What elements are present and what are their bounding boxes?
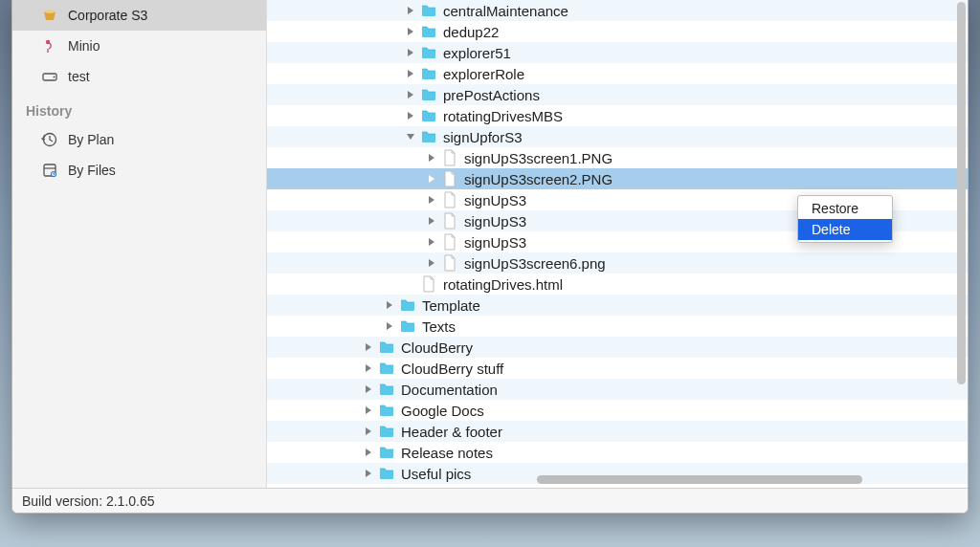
tree-row[interactable]: signUpS3screen1.PNG xyxy=(267,147,968,168)
tree-item-label: rotatingDrives.html xyxy=(443,276,563,293)
folder-icon xyxy=(378,360,395,377)
sidebar-item-test[interactable]: test xyxy=(12,61,266,92)
context-menu-restore[interactable]: Restore xyxy=(798,198,892,219)
folder-icon xyxy=(420,128,437,145)
folder-icon xyxy=(420,2,437,19)
tree-item-label: Documentation xyxy=(401,382,498,398)
tree-row[interactable]: CloudBerry xyxy=(267,337,968,358)
tree-row[interactable]: signUpS3screen6.png xyxy=(267,252,968,274)
folder-icon xyxy=(399,317,416,335)
chevron-right-icon[interactable] xyxy=(426,194,437,206)
tree-item-label: signUpS3screen2.PNG xyxy=(464,171,612,187)
vertical-scrollbar[interactable] xyxy=(957,2,966,465)
chevron-right-icon[interactable] xyxy=(405,68,416,79)
tree-row[interactable]: Texts xyxy=(267,316,968,337)
chevron-right-icon[interactable] xyxy=(426,257,437,269)
tree-item-label: signUpS3 xyxy=(464,234,526,251)
folder-icon xyxy=(420,86,437,103)
tree-item-label: Release notes xyxy=(401,445,493,461)
tree-item-label: rotatingDrivesMBS xyxy=(443,108,563,124)
drive-icon xyxy=(41,68,58,85)
chevron-right-icon[interactable] xyxy=(363,426,374,437)
folder-icon xyxy=(378,444,395,461)
file-tree-panel: centralMaintenancededup22explorer51explo… xyxy=(267,0,968,488)
tree-row[interactable]: explorer51 xyxy=(267,42,968,63)
chevron-right-icon[interactable] xyxy=(363,341,374,353)
tree-row[interactable]: CloudBerry stuff xyxy=(267,358,968,379)
chevron-right-icon[interactable] xyxy=(384,320,395,332)
sidebar-history-header: History xyxy=(12,92,266,124)
chevron-down-icon[interactable] xyxy=(405,131,416,142)
chevron-right-icon[interactable] xyxy=(363,362,374,374)
folder-icon xyxy=(420,23,437,40)
sidebar-item-by-plan[interactable]: By Plan xyxy=(12,124,266,155)
file-icon xyxy=(441,254,458,272)
context-menu: Restore Delete xyxy=(797,195,893,243)
folder-icon xyxy=(378,423,395,440)
tree-row[interactable]: signUpforS3 xyxy=(267,126,968,147)
sidebar-item-label: test xyxy=(68,69,90,84)
folder-icon xyxy=(399,296,416,314)
tree-row[interactable]: Release notes xyxy=(267,442,968,463)
sidebar-item-minio[interactable]: Minio xyxy=(12,31,266,61)
tree-item-label: dedup22 xyxy=(443,24,499,40)
file-icon xyxy=(441,149,458,166)
folder-icon xyxy=(378,402,395,419)
sidebar-item-label: Minio xyxy=(68,38,100,54)
tree-row[interactable]: prePostActions xyxy=(267,84,968,105)
folder-icon xyxy=(420,107,437,124)
tree-row[interactable]: Google Docs xyxy=(267,400,968,421)
tree-row[interactable]: signUpS3screen2.PNG xyxy=(267,168,968,189)
sidebar-item-label: By Files xyxy=(68,163,116,178)
chevron-right-icon[interactable] xyxy=(426,152,437,164)
svg-point-0 xyxy=(44,10,56,13)
chevron-right-icon[interactable] xyxy=(405,110,416,121)
tree-item-label: prePostActions xyxy=(443,87,540,103)
chevron-right-icon[interactable] xyxy=(405,47,416,58)
sidebar: Corporate S3 Minio test History By Plan xyxy=(12,0,267,488)
chevron-right-icon[interactable] xyxy=(405,89,416,100)
chevron-right-icon[interactable] xyxy=(426,236,437,248)
chevron-right-icon[interactable] xyxy=(426,215,437,227)
file-icon xyxy=(441,170,458,187)
vertical-scroll-thumb[interactable] xyxy=(957,2,966,384)
file-tree[interactable]: centralMaintenancededup22explorer51explo… xyxy=(267,0,968,488)
tree-item-label: explorerRole xyxy=(443,66,524,82)
chevron-right-icon[interactable] xyxy=(363,447,374,458)
chevron-right-icon[interactable] xyxy=(405,26,416,37)
tree-row[interactable]: dedup22 xyxy=(267,21,968,42)
folder-icon xyxy=(420,44,437,61)
tree-row[interactable]: centralMaintenance xyxy=(267,0,968,21)
horizontal-scrollbar[interactable] xyxy=(278,475,941,484)
sidebar-item-label: By Plan xyxy=(68,132,114,147)
chevron-right-icon[interactable] xyxy=(426,173,437,185)
chevron-right-icon[interactable] xyxy=(363,383,374,395)
tree-row[interactable]: explorerRole xyxy=(267,63,968,84)
sidebar-item-corporate-s3[interactable]: Corporate S3 xyxy=(12,0,266,31)
sidebar-item-label: Corporate S3 xyxy=(68,8,147,23)
svg-point-3 xyxy=(54,77,56,78)
tree-row[interactable]: Header & footer xyxy=(267,421,968,442)
tree-item-label: Template xyxy=(422,297,480,314)
tree-row[interactable]: Template xyxy=(267,295,968,316)
context-menu-delete[interactable]: Delete xyxy=(798,219,892,240)
tree-row[interactable]: rotatingDrives.html xyxy=(267,274,968,295)
tree-item-label: CloudBerry stuff xyxy=(401,361,503,377)
chevron-right-icon[interactable] xyxy=(384,299,395,311)
folder-icon xyxy=(420,65,437,82)
content-area: Corporate S3 Minio test History By Plan xyxy=(12,0,968,488)
flamingo-icon xyxy=(41,37,58,55)
tree-item-label: signUpforS3 xyxy=(443,129,523,145)
tree-item-label: signUpS3 xyxy=(464,213,526,230)
horizontal-scroll-thumb[interactable] xyxy=(537,475,862,484)
chevron-right-icon[interactable] xyxy=(405,5,416,16)
tree-item-label: Header & footer xyxy=(401,424,502,440)
tree-item-label: signUpS3screen1.PNG xyxy=(464,150,612,166)
sidebar-item-by-files[interactable]: By Files xyxy=(12,155,266,186)
chevron-right-icon[interactable] xyxy=(363,405,374,416)
tree-row[interactable]: Documentation xyxy=(267,379,968,400)
file-icon xyxy=(420,275,437,293)
tree-row[interactable]: rotatingDrivesMBS xyxy=(267,105,968,126)
status-bar: Build version: 2.1.0.65 xyxy=(12,488,968,513)
file-icon xyxy=(441,212,458,230)
